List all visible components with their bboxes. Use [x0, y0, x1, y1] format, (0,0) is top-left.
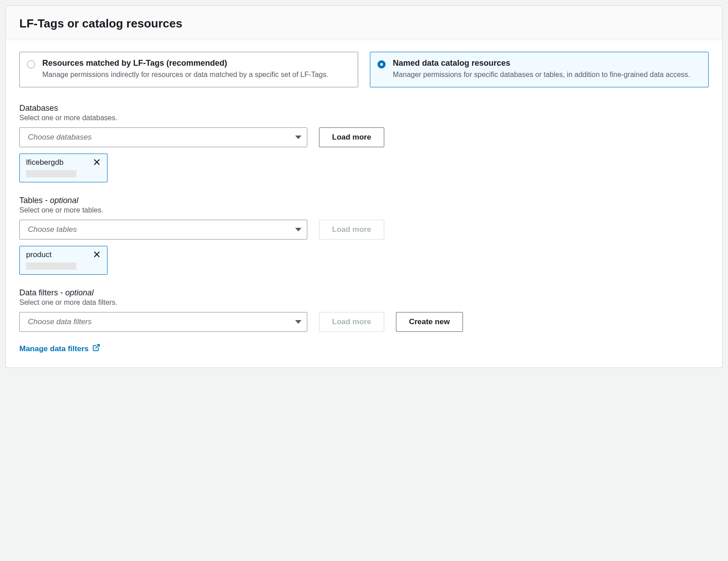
databases-field: Databases Select one or more databases. … [19, 104, 709, 182]
radio-card-named[interactable]: Named data catalog resources Manager per… [370, 52, 709, 87]
datafilters-field: Data filters - optional Select one or mo… [19, 288, 709, 332]
radio-card-lftags[interactable]: Resources matched by LF-Tags (recommende… [19, 52, 358, 87]
close-icon[interactable]: ✕ [92, 250, 102, 260]
datafilters-placeholder: Choose data filters [28, 317, 92, 326]
datafilters-select-row: Choose data filters Load more Create new [19, 312, 709, 332]
radio-icon [377, 60, 386, 68]
table-tag-chip: product ✕ [19, 246, 108, 275]
tables-label-optional: optional [50, 196, 78, 205]
panel-body: Resources matched by LF-Tags (recommende… [6, 40, 722, 367]
databases-select-row: Choose databases Load more [19, 127, 709, 147]
tables-select[interactable]: Choose tables [19, 220, 307, 240]
panel-header: LF-Tags or catalog resources [6, 6, 722, 40]
radio-lftags-desc: Manage permissions indirectly for resour… [42, 70, 350, 80]
databases-placeholder: Choose databases [28, 133, 92, 142]
datafilters-label-optional: optional [65, 288, 94, 297]
svg-line-0 [96, 345, 99, 348]
manage-data-filters-link[interactable]: Manage data filters [19, 344, 100, 354]
tables-placeholder: Choose tables [28, 225, 77, 234]
tables-hint: Select one or more tables. [19, 206, 709, 214]
external-link-icon [92, 344, 100, 354]
datafilters-label: Data filters - optional [19, 288, 709, 298]
close-icon[interactable]: ✕ [92, 158, 102, 167]
manage-data-filters-label: Manage data filters [19, 344, 89, 353]
chevron-down-icon [295, 320, 301, 324]
database-tag-chip: lficebergdb ✕ [19, 154, 108, 182]
tables-label: Tables - optional [19, 196, 709, 205]
panel-title: LF-Tags or catalog resources [19, 17, 709, 31]
panel-lftags-catalog: LF-Tags or catalog resources Resources m… [5, 5, 723, 368]
radio-icon [27, 60, 35, 68]
radio-named-title: Named data catalog resources [393, 59, 700, 68]
tables-select-row: Choose tables Load more [19, 220, 709, 240]
tables-label-prefix: Tables - [19, 196, 50, 205]
tag-placeholder-bar [26, 262, 76, 270]
databases-label: Databases [19, 104, 709, 113]
tables-load-more-button[interactable]: Load more [319, 220, 384, 240]
resource-type-radio-group: Resources matched by LF-Tags (recommende… [19, 52, 709, 87]
datafilters-label-prefix: Data filters - [19, 288, 65, 297]
chevron-down-icon [295, 136, 301, 139]
database-tag-label: lficebergdb [26, 158, 63, 167]
radio-lftags-title: Resources matched by LF-Tags (recommende… [42, 59, 350, 68]
create-new-button[interactable]: Create new [396, 312, 463, 332]
datafilters-select[interactable]: Choose data filters [19, 312, 307, 332]
chevron-down-icon [295, 228, 301, 231]
tables-field: Tables - optional Select one or more tab… [19, 196, 709, 275]
databases-load-more-button[interactable]: Load more [319, 127, 384, 147]
table-tag-label: product [26, 250, 52, 259]
radio-named-desc: Manager permissions for specific databas… [393, 70, 700, 80]
datafilters-load-more-button[interactable]: Load more [319, 312, 384, 332]
databases-select[interactable]: Choose databases [19, 127, 307, 147]
datafilters-hint: Select one or more data filters. [19, 299, 709, 307]
tag-placeholder-bar [26, 170, 76, 177]
databases-hint: Select one or more databases. [19, 114, 709, 122]
